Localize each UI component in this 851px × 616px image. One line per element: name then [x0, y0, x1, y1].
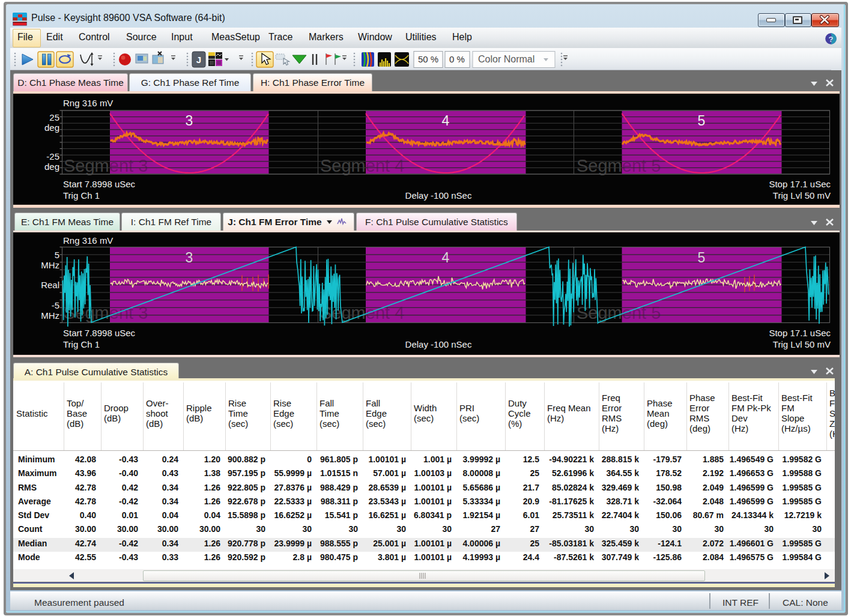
svg-text:Segment 4: Segment 4 [320, 156, 404, 175]
svg-text:?: ? [829, 35, 834, 44]
svg-text:Start 7.8998 uSec: Start 7.8998 uSec [63, 179, 136, 189]
svg-text:Color Normal: Color Normal [478, 54, 535, 64]
svg-text:Trig Lvl 50 mV: Trig Lvl 50 mV [773, 190, 831, 201]
svg-text:Segment 3: Segment 3 [64, 156, 148, 175]
svg-text:Stop 17.1 uSec: Stop 17.1 uSec [769, 179, 831, 189]
svg-text:5: 5 [698, 113, 706, 128]
svg-text:25: 25 [49, 112, 59, 122]
svg-text:Segment 4: Segment 4 [320, 303, 404, 322]
svg-text:0 %: 0 % [449, 54, 465, 64]
svg-text:5: 5 [55, 250, 59, 260]
svg-text:deg: deg [44, 122, 59, 133]
svg-text:Trig Lvl 50 mV: Trig Lvl 50 mV [773, 339, 831, 349]
svg-text:deg: deg [44, 162, 59, 172]
svg-text:MHz: MHz [41, 310, 59, 321]
svg-text:Stop 17.1 uSec: Stop 17.1 uSec [769, 328, 831, 338]
svg-text:5: 5 [698, 250, 706, 265]
svg-text:4: 4 [442, 250, 450, 265]
svg-text:3: 3 [186, 113, 193, 128]
svg-text:50 %: 50 % [418, 54, 438, 64]
svg-text:Delay -100 nSec: Delay -100 nSec [405, 190, 472, 201]
svg-text:Delay -100 nSec: Delay -100 nSec [405, 339, 472, 349]
svg-text:4: 4 [442, 113, 450, 128]
svg-text:Trig Ch 1: Trig Ch 1 [63, 190, 100, 201]
svg-text:Real: Real [41, 280, 59, 290]
svg-text:Rng 316 mV: Rng 316 mV [63, 235, 113, 246]
svg-text:MHz: MHz [41, 260, 59, 270]
svg-text:Start 7.8998 uSec: Start 7.8998 uSec [63, 328, 136, 338]
svg-text:J: J [196, 55, 201, 65]
svg-text:Segment 5: Segment 5 [577, 156, 661, 175]
svg-text:3: 3 [186, 250, 193, 265]
svg-text:-5: -5 [52, 300, 59, 310]
svg-text:-25: -25 [46, 151, 59, 162]
svg-text:Trig Ch 1: Trig Ch 1 [63, 339, 100, 349]
svg-text:Rng 316 mV: Rng 316 mV [63, 98, 113, 108]
